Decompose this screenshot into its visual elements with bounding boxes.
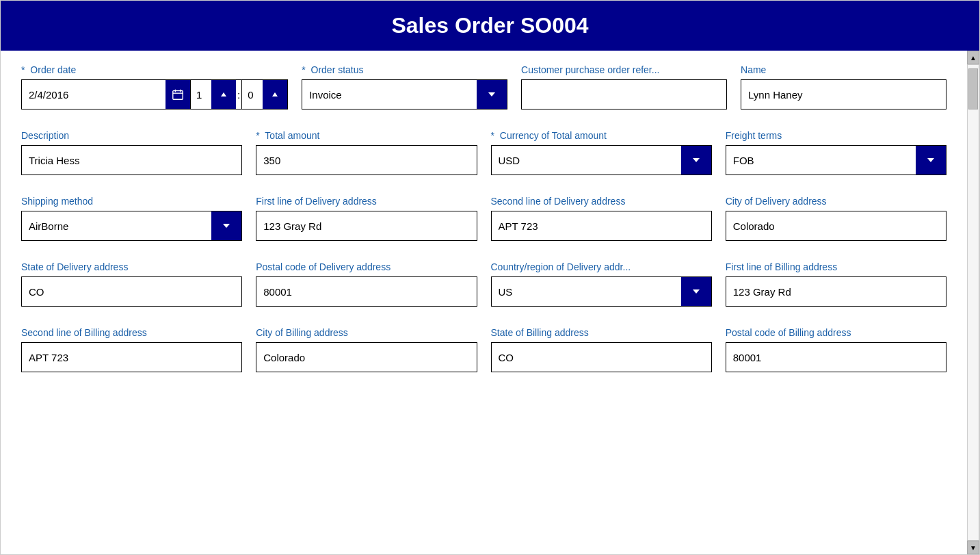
delivery-addr2-field: Second line of Delivery address <box>491 196 712 241</box>
svg-marker-10 <box>693 289 700 294</box>
description-input[interactable] <box>21 145 242 175</box>
svg-marker-8 <box>927 158 934 162</box>
required-star-total: * <box>256 130 259 141</box>
minute-spinner-btn[interactable] <box>263 80 287 109</box>
svg-marker-4 <box>221 92 226 96</box>
delivery-city-field: City of Delivery address <box>726 196 946 241</box>
shipping-method-field: Shipping method <box>21 196 242 241</box>
customer-po-ref-input[interactable] <box>521 79 727 109</box>
order-date-label: * Order date <box>21 64 288 75</box>
billing-addr2-input[interactable] <box>21 342 242 372</box>
delivery-state-label: State of Delivery address <box>21 261 242 272</box>
delivery-country-field: Country/region of Delivery addr... <box>491 261 712 307</box>
required-star-currency: * <box>491 130 494 141</box>
required-star: * <box>21 64 25 75</box>
name-label: Name <box>741 64 946 75</box>
minute-spinner: 0 <box>241 80 287 109</box>
currency-label: * Currency of Total amount <box>491 130 712 141</box>
scroll-thumb[interactable] <box>968 68 978 109</box>
shipping-method-input[interactable] <box>22 211 211 240</box>
form-area: * Order date <box>1 51 967 554</box>
freight-terms-dropdown-btn[interactable] <box>916 146 946 175</box>
hour-spinner-btn[interactable] <box>211 80 236 109</box>
time-colon: : <box>236 80 241 109</box>
required-star-status: * <box>302 64 305 75</box>
page-header: Sales Order SO004 <box>1 1 979 51</box>
minute-value: 0 <box>242 80 263 109</box>
delivery-addr1-input[interactable] <box>256 211 477 241</box>
billing-addr1-label: First line of Billing address <box>726 261 946 272</box>
order-status-select <box>302 79 507 109</box>
scroll-track[interactable] <box>967 64 979 541</box>
date-group: 1 : 0 <box>21 79 288 109</box>
calendar-button[interactable] <box>165 80 190 109</box>
currency-input[interactable] <box>492 146 681 175</box>
billing-addr1-input[interactable] <box>726 276 946 307</box>
svg-marker-6 <box>488 92 495 96</box>
delivery-city-input[interactable] <box>726 211 946 241</box>
delivery-postal-field: Postal code of Delivery address <box>256 261 477 307</box>
order-status-field: * Order status <box>302 64 507 109</box>
order-status-label: * Order status <box>302 64 507 75</box>
delivery-addr1-label: First line of Delivery address <box>256 196 477 207</box>
description-field: Description <box>21 130 242 175</box>
hour-spinner: 1 <box>190 80 236 109</box>
freight-terms-label: Freight terms <box>726 130 946 141</box>
order-date-field: * Order date <box>21 64 288 109</box>
description-label: Description <box>21 130 242 141</box>
order-status-dropdown-btn[interactable] <box>477 80 507 109</box>
svg-marker-5 <box>272 92 278 96</box>
delivery-country-select <box>491 276 712 307</box>
scroll-down-btn[interactable]: ▼ <box>967 541 979 554</box>
delivery-country-input[interactable] <box>492 277 681 306</box>
freight-terms-input[interactable] <box>726 146 916 175</box>
delivery-postal-input[interactable] <box>256 276 477 307</box>
billing-postal-input[interactable] <box>726 342 946 372</box>
total-amount-label: * Total amount <box>256 130 477 141</box>
freight-terms-field: Freight terms <box>726 130 946 175</box>
order-date-input[interactable] <box>22 80 165 109</box>
delivery-state-input[interactable] <box>21 276 242 307</box>
name-input[interactable] <box>741 79 946 109</box>
vertical-scrollbar[interactable]: ▲ ▼ <box>967 51 979 554</box>
hour-value: 1 <box>191 80 211 109</box>
currency-field: * Currency of Total amount <box>491 130 712 175</box>
billing-addr1-field: First line of Billing address <box>726 261 946 307</box>
billing-postal-label: Postal code of Billing address <box>726 327 946 338</box>
shipping-method-dropdown-btn[interactable] <box>211 211 241 240</box>
delivery-addr2-input[interactable] <box>491 211 712 241</box>
delivery-country-label: Country/region of Delivery addr... <box>491 261 712 272</box>
billing-city-label: City of Billing address <box>256 327 477 338</box>
billing-state-label: State of Billing address <box>491 327 712 338</box>
delivery-addr1-field: First line of Delivery address <box>256 196 477 241</box>
shipping-method-label: Shipping method <box>21 196 242 207</box>
scroll-up-btn[interactable]: ▲ <box>967 51 979 64</box>
name-field: Name <box>741 64 946 109</box>
billing-city-field: City of Billing address <box>256 327 477 372</box>
billing-state-field: State of Billing address <box>491 327 712 372</box>
billing-addr2-field: Second line of Billing address <box>21 327 242 372</box>
delivery-addr2-label: Second line of Delivery address <box>491 196 712 207</box>
delivery-state-field: State of Delivery address <box>21 261 242 307</box>
page-title: Sales Order SO004 <box>391 13 588 38</box>
delivery-country-dropdown-btn[interactable] <box>681 277 711 306</box>
total-amount-field: * Total amount <box>256 130 477 175</box>
freight-terms-select <box>726 145 946 175</box>
billing-addr2-label: Second line of Billing address <box>21 327 242 338</box>
customer-po-ref-field: Customer purchase order refer... <box>521 64 727 109</box>
order-status-input[interactable] <box>302 80 477 109</box>
svg-marker-7 <box>693 158 700 162</box>
svg-rect-0 <box>173 91 183 100</box>
customer-po-ref-label: Customer purchase order refer... <box>521 64 727 75</box>
billing-postal-field: Postal code of Billing address <box>726 327 946 372</box>
currency-select <box>491 145 712 175</box>
delivery-postal-label: Postal code of Delivery address <box>256 261 477 272</box>
main-window: Sales Order SO004 * Order date <box>0 0 980 555</box>
billing-city-input[interactable] <box>256 342 477 372</box>
total-amount-input[interactable] <box>256 145 477 175</box>
shipping-method-select <box>21 211 242 241</box>
billing-state-input[interactable] <box>491 342 712 372</box>
svg-marker-9 <box>223 224 230 228</box>
currency-dropdown-btn[interactable] <box>681 146 711 175</box>
delivery-city-label: City of Delivery address <box>726 196 946 207</box>
